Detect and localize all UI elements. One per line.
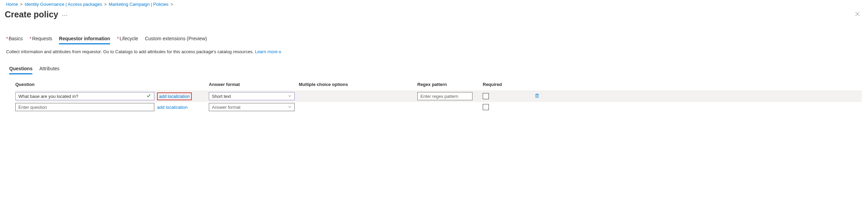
breadcrumb-item-home[interactable]: Home xyxy=(6,2,18,7)
title-row: Create policy … xyxy=(0,8,868,19)
regex-input[interactable] xyxy=(417,92,472,100)
page-title: Create policy xyxy=(5,10,58,19)
add-localization-link[interactable]: add localization xyxy=(157,105,188,110)
select-value: Short text xyxy=(212,94,231,99)
question-input[interactable] xyxy=(15,103,154,111)
main-tabs: *Basics *Requests Requestor information … xyxy=(0,36,868,44)
delete-button[interactable] xyxy=(534,93,540,99)
breadcrumb-sep: > xyxy=(104,2,107,7)
chevron-down-icon xyxy=(288,94,292,99)
tab-lifecycle[interactable]: *Lifecycle xyxy=(117,36,138,44)
select-placeholder: Answer format xyxy=(212,105,241,110)
close-icon xyxy=(855,12,860,17)
questions-table: Question Answer format Multiple choice o… xyxy=(0,80,868,112)
checkmark-icon xyxy=(146,93,151,99)
question-input[interactable] xyxy=(15,92,154,100)
table-headers: Question Answer format Multiple choice o… xyxy=(15,80,862,90)
close-button[interactable] xyxy=(853,10,862,19)
header-regex: Regex pattern xyxy=(417,82,479,87)
add-localization-link[interactable]: add localization xyxy=(157,92,192,100)
breadcrumb-item-governance[interactable]: Identity Governance | Access packages xyxy=(25,2,102,7)
breadcrumb-sep: > xyxy=(20,2,23,7)
subtab-attributes[interactable]: Attributes xyxy=(39,66,59,74)
required-checkbox[interactable] xyxy=(483,93,489,99)
header-answer: Answer format xyxy=(209,82,295,87)
external-link-icon: ⧉ xyxy=(279,50,281,54)
description: Collect information and attributes from … xyxy=(0,44,868,54)
tab-basics[interactable]: *Basics xyxy=(6,36,23,44)
table-row: add localization Short text xyxy=(15,90,862,102)
breadcrumb-sep: > xyxy=(171,2,173,7)
description-text: Collect information and attributes from … xyxy=(6,49,254,54)
tab-custom-extensions[interactable]: Custom extensions (Preview) xyxy=(145,36,207,44)
breadcrumb-item-campaign[interactable]: Marketing Campaign | Policies xyxy=(109,2,168,7)
sub-tabs: Questions Attributes xyxy=(0,66,868,74)
learn-more-link[interactable]: Learn more⧉ xyxy=(255,49,281,54)
tab-requests[interactable]: *Requests xyxy=(30,36,52,44)
header-multi: Multiple choice options xyxy=(299,82,413,87)
answer-format-select[interactable]: Answer format xyxy=(209,103,295,111)
breadcrumb: Home > Identity Governance | Access pack… xyxy=(0,0,868,8)
header-required: Required xyxy=(483,82,510,87)
subtab-questions[interactable]: Questions xyxy=(9,66,32,74)
tab-requestor-information[interactable]: Requestor information xyxy=(59,36,110,44)
required-checkbox[interactable] xyxy=(483,104,489,110)
svg-rect-2 xyxy=(536,95,539,98)
trash-icon xyxy=(534,94,540,99)
answer-format-select[interactable]: Short text xyxy=(209,92,295,100)
chevron-down-icon xyxy=(288,105,292,110)
table-row: add localization Answer format xyxy=(15,102,862,112)
more-actions-button[interactable]: … xyxy=(62,11,68,19)
header-question: Question xyxy=(15,82,205,87)
